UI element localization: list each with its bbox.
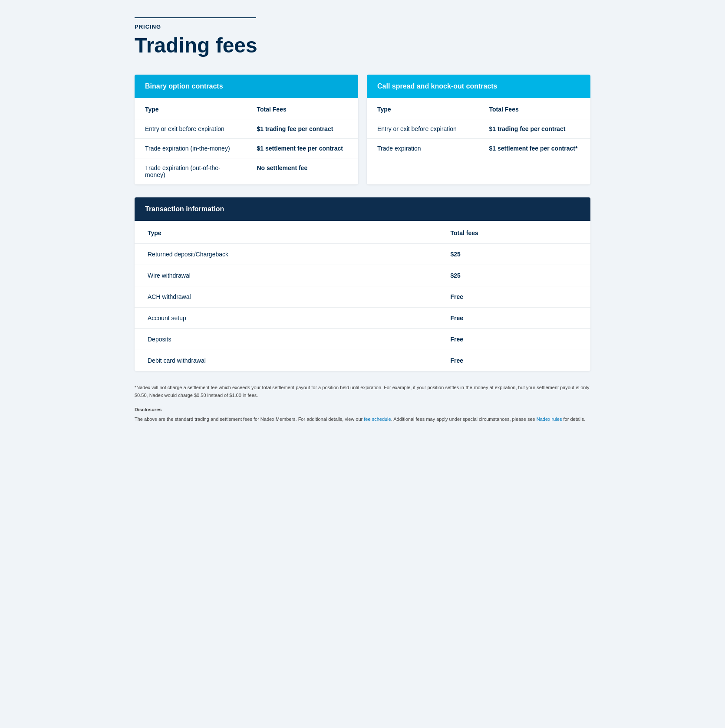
binary-type-cell: Trade expiration (out-of-the-money) [135,158,247,185]
transaction-header: Transaction information [135,197,590,221]
transaction-table-row: Account setupFree [135,308,590,329]
binary-option-header: Binary option contracts [135,75,358,98]
transaction-fee-cell: $25 [438,244,590,265]
callspread-header: Call spread and knock-out contracts [367,75,590,98]
binary-option-body: Type Total Fees Entry or exit before exp… [135,98,358,184]
binary-fee-cell: $1 trading fee per contract [247,119,359,139]
callspread-fee-table: Type Total Fees Entry or exit before exp… [367,98,590,158]
callspread-type-cell: Entry or exit before expiration [367,119,479,139]
callspread-fee-cell: $1 trading fee per contract [479,119,591,139]
disclosures-mid-text: . Additional fees may apply under specia… [391,416,537,422]
binary-fee-cell: $1 settlement fee per contract [247,139,359,158]
transaction-fee-cell: Free [438,350,590,371]
disclosures-title: Disclosures [135,406,590,414]
binary-table-row: Trade expiration (in-the-money)$1 settle… [135,139,358,158]
top-line [135,17,256,18]
page-container: PRICING Trading fees Binary option contr… [135,17,590,423]
footnote: *Nadex will not charge a settlement fee … [135,384,590,399]
nadex-rules-link[interactable]: Nadex rules [537,416,562,422]
transaction-type-cell: Wire withdrawal [135,265,438,286]
callspread-table-row: Entry or exit before expiration$1 tradin… [367,119,590,139]
fee-schedule-link[interactable]: fee schedule [364,416,391,422]
disclosures-section: Disclosures The above are the standard t… [135,406,590,423]
transaction-table-row: Returned deposit/Chargeback$25 [135,244,590,265]
binary-table-row: Trade expiration (out-of-the-money)No se… [135,158,358,185]
transaction-table-row: DepositsFree [135,329,590,350]
transaction-table-row: Debit card withdrawalFree [135,350,590,371]
transaction-fee-cell: Free [438,286,590,308]
transaction-type-cell: Deposits [135,329,438,350]
binary-table-row: Entry or exit before expiration$1 tradin… [135,119,358,139]
pricing-label: PRICING [135,23,590,30]
transaction-type-cell: ACH withdrawal [135,286,438,308]
transaction-table-row: Wire withdrawal$25 [135,265,590,286]
transaction-body: Type Total fees Returned deposit/Chargeb… [135,221,590,371]
binary-fee-table: Type Total Fees Entry or exit before exp… [135,98,358,184]
callspread-type-cell: Trade expiration [367,139,479,158]
transaction-type-cell: Debit card withdrawal [135,350,438,371]
callspread-type-col-header: Type [367,98,479,119]
binary-fee-cell: No settlement fee [247,158,359,185]
page-title: Trading fees [135,33,590,57]
transaction-type-header: Type [135,221,438,244]
disclosures-end-text: for details. [562,416,585,422]
binary-type-cell: Trade expiration (in-the-money) [135,139,247,158]
binary-type-cell: Entry or exit before expiration [135,119,247,139]
disclosures-text: The above are the standard trading and s… [135,416,364,422]
transaction-fee-cell: Free [438,329,590,350]
contracts-grid: Binary option contracts Type Total Fees … [135,75,590,184]
transaction-section: Transaction information Type Total fees … [135,197,590,371]
transaction-type-cell: Account setup [135,308,438,329]
callspread-card: Call spread and knock-out contracts Type… [367,75,590,184]
binary-option-card: Binary option contracts Type Total Fees … [135,75,358,184]
transaction-fees-header: Total fees [438,221,590,244]
transaction-table: Type Total fees Returned deposit/Chargeb… [135,221,590,371]
callspread-fee-cell: $1 settlement fee per contract* [479,139,591,158]
transaction-fee-cell: Free [438,308,590,329]
callspread-fees-col-header: Total Fees [479,98,591,119]
callspread-table-row: Trade expiration$1 settlement fee per co… [367,139,590,158]
callspread-body: Type Total Fees Entry or exit before exp… [367,98,590,158]
transaction-fee-cell: $25 [438,265,590,286]
transaction-table-row: ACH withdrawalFree [135,286,590,308]
transaction-type-cell: Returned deposit/Chargeback [135,244,438,265]
binary-fees-col-header: Total Fees [247,98,359,119]
binary-type-col-header: Type [135,98,247,119]
